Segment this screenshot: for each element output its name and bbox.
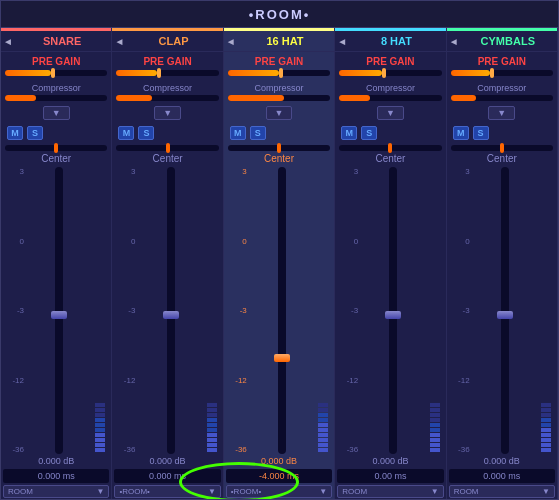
arrow-left-16hat[interactable]: ◄: [226, 36, 236, 47]
channel-name-16hat: 16 HAT: [238, 35, 333, 47]
s-button-snare[interactable]: S: [27, 126, 43, 140]
m-button-cymbals[interactable]: M: [453, 126, 469, 140]
pregain-slider-clap[interactable]: [116, 70, 218, 76]
pregain-thumb-16hat: [279, 68, 283, 78]
dropdown-btn-snare[interactable]: ▼: [43, 106, 70, 120]
channels-wrapper: ◄ SNARE PRE GAIN Compressor ▼ M S: [1, 28, 558, 499]
vu-bar: [207, 438, 217, 442]
pan-slider-row-clap: [112, 143, 222, 153]
pan-thumb-8hat: [388, 143, 392, 153]
pregain-fill-8hat: [339, 70, 382, 76]
pregain-slider-16hat[interactable]: [228, 70, 330, 76]
fader-thumb-8hat[interactable]: [385, 311, 401, 319]
vu-bar: [318, 413, 328, 417]
pan-slider-cymbals[interactable]: [451, 145, 553, 151]
vu-bar: [430, 423, 440, 427]
channel-name-cymbals: CYMBALS: [461, 35, 556, 47]
pregain-slider-row-snare: [5, 70, 107, 76]
fader-area-clap: 3 0 -3 -12 -36: [116, 167, 218, 454]
fader-scale-snare: 3 0 -3 -12 -36: [5, 167, 25, 454]
room-button-8hat[interactable]: ROOM ▼: [337, 485, 443, 498]
pregain-slider-8hat[interactable]: [339, 70, 441, 76]
vu-bar: [430, 443, 440, 447]
pregain-slider-row-cymbals: [451, 70, 553, 76]
dropdown-btn-8hat[interactable]: ▼: [377, 106, 404, 120]
room-arrow-cymbals: ▼: [542, 487, 550, 496]
pregain-slider-cymbals[interactable]: [451, 70, 553, 76]
vu-bar: [95, 428, 105, 432]
vu-bar: [541, 433, 551, 437]
s-button-8hat[interactable]: S: [361, 126, 377, 140]
fader-track-clap[interactable]: [167, 167, 175, 454]
app-container: •ROOM• ◄ SNARE PRE GAIN Compressor ▼: [0, 0, 559, 500]
room-arrow-snare: ▼: [96, 487, 104, 496]
pan-slider-clap[interactable]: [116, 145, 218, 151]
comp-slider-clap[interactable]: [116, 95, 218, 101]
room-arrow-clap: ▼: [208, 487, 216, 496]
compressor-section-snare: Compressor: [1, 81, 111, 103]
dropdown-btn-16hat[interactable]: ▼: [266, 106, 293, 120]
pan-thumb-cymbals: [500, 143, 504, 153]
channel-header-16hat: ◄ 16 HAT: [224, 28, 334, 52]
arrow-left-cymbals[interactable]: ◄: [449, 36, 459, 47]
channel-header-cymbals: ◄ CYMBALS: [447, 28, 557, 52]
s-button-cymbals[interactable]: S: [473, 126, 489, 140]
room-label-8hat: ROOM: [342, 487, 367, 496]
comp-fill-clap: [116, 95, 152, 101]
center-label-cymbals: Center: [451, 153, 553, 164]
vu-bar: [318, 408, 328, 412]
ms-section-clap: M S: [112, 123, 222, 143]
pan-slider-16hat[interactable]: [228, 145, 330, 151]
compressor-label-clap: Compressor: [116, 83, 218, 93]
comp-slider-cymbals[interactable]: [451, 95, 553, 101]
m-button-snare[interactable]: M: [7, 126, 23, 140]
comp-slider-8hat[interactable]: [339, 95, 441, 101]
ms-display-clap: 0.000 ms: [114, 469, 220, 483]
dropdown-btn-clap[interactable]: ▼: [154, 106, 181, 120]
pregain-fill-16hat: [228, 70, 279, 76]
dropdown-btn-cymbals[interactable]: ▼: [488, 106, 515, 120]
vu-bar: [541, 448, 551, 452]
m-button-8hat[interactable]: M: [341, 126, 357, 140]
comp-fill-snare: [5, 95, 36, 101]
room-button-16hat[interactable]: •ROOM• ▼: [226, 485, 332, 498]
vu-bar: [318, 438, 328, 442]
pregain-slider-snare[interactable]: [5, 70, 107, 76]
room-button-cymbals[interactable]: ROOM ▼: [449, 485, 555, 498]
comp-slider-16hat[interactable]: [228, 95, 330, 101]
fader-thumb-16hat[interactable]: [274, 354, 290, 362]
fader-section-cymbals: Center 3 0 -3 -12 -36: [447, 153, 557, 454]
compressor-section-8hat: Compressor: [335, 81, 445, 103]
comp-slider-snare[interactable]: [5, 95, 107, 101]
s-button-16hat[interactable]: S: [250, 126, 266, 140]
channel-header-8hat: ◄ 8 HAT: [335, 28, 445, 52]
room-button-snare[interactable]: ROOM ▼: [3, 485, 109, 498]
compressor-label-8hat: Compressor: [339, 83, 441, 93]
fader-thumb-cymbals[interactable]: [497, 311, 513, 319]
room-label-16hat: •ROOM•: [231, 487, 262, 496]
fader-track-container-cymbals: [475, 167, 535, 454]
vu-bar: [95, 408, 105, 412]
center-label-snare: Center: [5, 153, 107, 164]
fader-track-8hat[interactable]: [389, 167, 397, 454]
arrow-left-snare[interactable]: ◄: [3, 36, 13, 47]
room-button-clap[interactable]: •ROOM• ▼: [114, 485, 220, 498]
ms-display-snare: 0.000 ms: [3, 469, 109, 483]
vu-bar: [430, 403, 440, 407]
fader-thumb-snare[interactable]: [51, 311, 67, 319]
s-button-clap[interactable]: S: [138, 126, 154, 140]
fader-track-cymbals[interactable]: [501, 167, 509, 454]
arrow-left-8hat[interactable]: ◄: [337, 36, 347, 47]
vu-bar: [207, 428, 217, 432]
fader-thumb-clap[interactable]: [163, 311, 179, 319]
compressor-label-16hat: Compressor: [228, 83, 330, 93]
arrow-left-clap[interactable]: ◄: [114, 36, 124, 47]
m-button-clap[interactable]: M: [118, 126, 134, 140]
fader-track-snare[interactable]: [55, 167, 63, 454]
vu-bar: [95, 433, 105, 437]
pan-slider-snare[interactable]: [5, 145, 107, 151]
vu-bar: [318, 423, 328, 427]
fader-track-16hat[interactable]: [278, 167, 286, 454]
m-button-16hat[interactable]: M: [230, 126, 246, 140]
pan-slider-8hat[interactable]: [339, 145, 441, 151]
